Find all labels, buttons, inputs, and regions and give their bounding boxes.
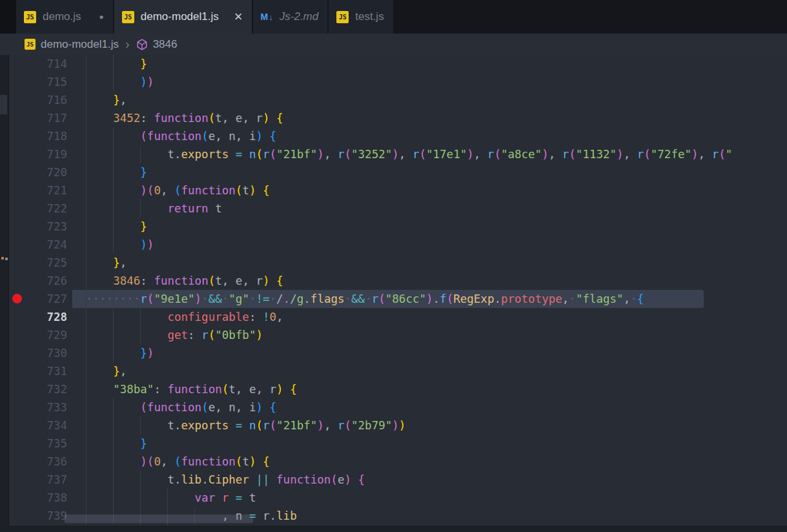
code-token: ( <box>644 148 651 161</box>
code-line: 727········r("9e1e")·&&·"g"·!=·/./g.flag… <box>0 290 787 308</box>
line-number[interactable]: 734 <box>8 416 82 435</box>
code-token: ) <box>256 401 263 414</box>
code-line-content[interactable]: (function(e, n, i) { <box>86 127 787 145</box>
line-number[interactable]: 736 <box>8 453 82 471</box>
code-line-content[interactable]: }, <box>86 362 787 380</box>
code-line-content[interactable]: } <box>86 163 787 181</box>
code-token: t. <box>167 473 181 486</box>
tab-test-js[interactable]: JS test.js <box>329 0 393 34</box>
code-token: · <box>201 292 209 305</box>
horizontal-scrollbar[interactable] <box>65 515 253 523</box>
line-number[interactable]: 719 <box>8 145 82 163</box>
code-line-content[interactable]: )) <box>86 73 787 91</box>
code-token: != <box>256 292 269 305</box>
code-line-content[interactable]: t.exports = n(r("21bf"), r("2b79")) <box>86 416 787 435</box>
code-token: Cipher <box>209 473 249 486</box>
code-token: n <box>249 148 256 161</box>
code-line-content[interactable]: }) <box>86 344 787 362</box>
code-line-content[interactable]: "38ba": function(t, e, r) { <box>86 380 787 398</box>
code-line-content[interactable]: 3452: function(t, e, r) { <box>86 109 787 127</box>
line-number[interactable]: 714 <box>8 55 82 73</box>
line-number[interactable]: 715 <box>8 73 82 91</box>
line-number[interactable]: 735 <box>8 435 82 453</box>
code-token: , <box>276 311 283 323</box>
line-number[interactable]: 732 <box>8 380 82 398</box>
code-line-content[interactable]: var r = t <box>86 489 787 507</box>
line-number[interactable]: 722 <box>8 200 82 218</box>
code-token: r <box>712 148 719 161</box>
code-token <box>283 383 291 396</box>
code-token: function <box>181 455 236 468</box>
code-token: ( <box>209 112 216 125</box>
code-line-content[interactable]: } <box>86 435 787 453</box>
code-line-content[interactable]: }, <box>86 254 787 272</box>
line-number[interactable]: 717 <box>8 109 82 127</box>
code-token: { <box>290 383 297 396</box>
left-strip-scrollbar-slider[interactable] <box>0 95 7 114</box>
code-line-content[interactable]: )(0, (function(t) { <box>86 181 787 200</box>
code-token: , <box>624 292 631 305</box>
code-token: = <box>236 419 243 432</box>
line-number[interactable]: 726 <box>8 272 82 290</box>
line-number[interactable]: 724 <box>8 236 82 254</box>
code-line-content[interactable]: t.exports = n(r("21bf"), r("3252"), r("1… <box>86 145 787 163</box>
code-token: r <box>263 148 270 161</box>
line-number[interactable]: 733 <box>8 398 82 416</box>
code-line-content[interactable]: )) <box>86 236 787 254</box>
chevron-right-icon: › <box>125 37 130 52</box>
tab-demo-js[interactable]: JS demo.js ● <box>16 0 113 34</box>
breakpoint-icon[interactable] <box>12 294 22 303</box>
code-line-content[interactable]: (function(e, n, i) { <box>86 398 787 416</box>
code-token: ········ <box>86 292 140 305</box>
code-token: ) <box>256 329 263 342</box>
code-token: "a8ce" <box>501 148 542 161</box>
code-line-content[interactable]: } <box>86 218 787 236</box>
code-token: ) <box>467 148 474 161</box>
close-icon[interactable]: × <box>234 10 243 24</box>
code-line: 734 t.exports = n(r("21bf"), r("2b79")) <box>0 416 787 435</box>
code-line: 728 configurable: !0, <box>0 308 787 326</box>
breadcrumb-file[interactable]: demo-model1.js <box>41 38 119 51</box>
tab-js-2-md[interactable]: M↓ Js-2.md <box>253 0 328 34</box>
line-number[interactable]: 716 <box>8 91 82 109</box>
line-number[interactable]: 718 <box>8 127 82 145</box>
code-line-content[interactable]: ········r("9e1e")·&&·"g"·!=·/./g.flags·&… <box>86 290 787 308</box>
code-line-content[interactable]: get: r("0bfb") <box>86 326 787 344</box>
code-token: ) <box>399 419 406 432</box>
code-token: "flags" <box>576 292 624 305</box>
code-token: · <box>630 292 637 305</box>
code-token: ) <box>147 238 154 251</box>
code-token: · <box>270 292 277 305</box>
code-token: = <box>236 491 243 504</box>
code-line-content[interactable]: }, <box>86 91 787 109</box>
line-number[interactable]: 723 <box>8 218 82 236</box>
line-number[interactable]: 728 <box>8 308 82 326</box>
breadcrumb-symbol[interactable]: 3846 <box>153 38 178 51</box>
code-line-content[interactable]: 3846: function(t, e, r) { <box>86 272 787 290</box>
code-token: r <box>263 419 270 432</box>
code-token: . <box>433 292 440 305</box>
modified-dot-icon[interactable]: ● <box>99 13 104 21</box>
code-token: ) <box>691 148 699 161</box>
code-line-content[interactable]: configurable: !0, <box>86 308 787 326</box>
line-number[interactable]: 729 <box>8 326 82 344</box>
line-number[interactable]: 720 <box>8 163 82 181</box>
code-token <box>256 455 263 468</box>
code-token: f <box>440 292 447 305</box>
code-token: "72fe" <box>651 148 691 161</box>
code-line-content[interactable]: } <box>86 55 787 73</box>
code-line-content[interactable]: )(0, (function(t) { <box>86 453 787 471</box>
code-token: ( <box>569 148 576 161</box>
code-token: exports <box>181 419 229 432</box>
line-number[interactable]: 738 <box>8 489 82 507</box>
line-number[interactable]: 737 <box>8 471 82 489</box>
code-line-content[interactable]: return t <box>86 200 787 218</box>
tab-bar: JS demo.js ● JS demo-model1.js × M↓ Js-2… <box>0 0 787 34</box>
line-number[interactable]: 721 <box>8 181 82 200</box>
line-number[interactable]: 725 <box>8 254 82 272</box>
line-number[interactable]: 731 <box>8 362 82 380</box>
code-line-content[interactable]: t.lib.Cipher || function(e) { <box>86 471 787 489</box>
code-token: , <box>562 292 569 305</box>
line-number[interactable]: 730 <box>8 344 82 362</box>
tab-demo-model1-js[interactable]: JS demo-model1.js × <box>114 0 252 34</box>
